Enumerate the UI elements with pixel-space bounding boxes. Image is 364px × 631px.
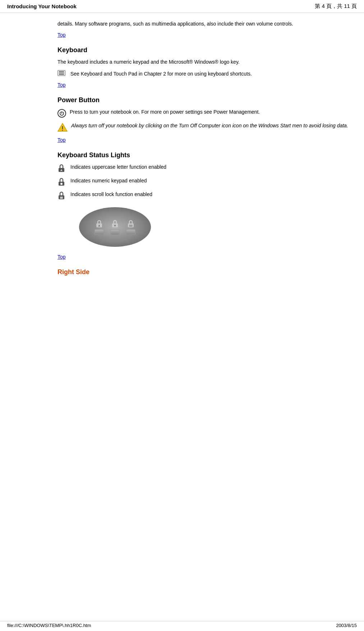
page-info: 第 4 頁，共 11 頁 xyxy=(315,3,357,10)
power-warning-row: ! Always turn off your notebook by click… xyxy=(57,122,350,133)
scroll-lock-icon xyxy=(57,191,65,200)
num-lock-text: Indicates numeric keypad enabled xyxy=(70,177,147,185)
page-header: Introducing Your Notebook 第 4 頁，共 11 頁 xyxy=(0,0,364,13)
svg-rect-9 xyxy=(60,198,63,199)
svg-point-13 xyxy=(114,224,116,226)
keyboard-lights-image: A xyxy=(79,207,151,247)
svg-text:A: A xyxy=(60,169,63,172)
keyboard-heading: Keyboard xyxy=(57,46,350,54)
keyboard-status-section: Keyboard Status Lights A Indicates upper… xyxy=(57,151,350,265)
page-footer: file:///C:\WINDOWS\TEMP\.hh1R0C.htm 2003… xyxy=(0,621,364,628)
ksl-button-1: A xyxy=(95,219,104,235)
top-link-ksl[interactable]: Top xyxy=(57,254,66,260)
power-svg xyxy=(59,111,64,116)
keyboard-lights-image-container: A xyxy=(68,207,350,247)
scroll-lock-text: Indicates scroll lock function enabled xyxy=(70,191,152,198)
right-side-heading: Right Side xyxy=(57,268,350,276)
intro-text: details. Many software programs, such as… xyxy=(57,20,350,28)
svg-point-6 xyxy=(60,183,63,185)
ksl-button-2 xyxy=(110,219,120,235)
warning-icon: ! xyxy=(57,123,68,133)
caps-lock-icon: A xyxy=(57,163,65,173)
keyboard-body: The keyboard includes a numeric keypad a… xyxy=(57,58,350,94)
top-link-power[interactable]: Top xyxy=(57,137,66,143)
svg-rect-15 xyxy=(129,225,133,226)
scroll-lock-row: Indicates scroll lock function enabled xyxy=(57,191,350,200)
power-button-body: Press to turn your notebook on. For more… xyxy=(57,108,350,149)
footer-url: file:///C:\WINDOWS\TEMP\.hh1R0C.htm xyxy=(7,623,91,628)
num-lock-row: Indicates numeric keypad enabled xyxy=(57,177,350,186)
keyboard-section: Keyboard The keyboard includes a numeric… xyxy=(57,46,350,94)
power-press-text: Press to turn your notebook on. For more… xyxy=(70,108,350,116)
keyboard-text: The keyboard includes a numeric keypad a… xyxy=(57,58,350,66)
svg-rect-16 xyxy=(129,226,133,227)
svg-rect-8 xyxy=(60,197,63,198)
ksl-buttons: A xyxy=(95,219,135,235)
top-link-1[interactable]: Top xyxy=(57,32,66,38)
right-side-section: Right Side xyxy=(57,268,350,276)
power-icon xyxy=(57,109,66,118)
keyboard-status-heading: Keyboard Status Lights xyxy=(57,151,350,159)
top-link-keyboard[interactable]: Top xyxy=(57,82,66,88)
caps-lock-row: A Indicates uppercase letter function en… xyxy=(57,163,350,173)
power-button-section: Power Button Press to turn your notebook… xyxy=(57,96,350,149)
power-press-row: Press to turn your notebook on. For more… xyxy=(57,108,350,118)
power-warning-text: Always turn off your notebook by clickin… xyxy=(71,122,350,130)
page-title: Introducing Your Notebook xyxy=(7,3,77,9)
footer-date: 2003/8/15 xyxy=(336,623,357,628)
keyboard-icon xyxy=(57,70,65,76)
keyboard-note-row: See Keyboard and Touch Pad in Chapter 2 … xyxy=(57,70,350,78)
page-content: details. Many software programs, such as… xyxy=(0,13,364,287)
svg-text:A: A xyxy=(98,224,100,227)
keyboard-status-body: A Indicates uppercase letter function en… xyxy=(57,163,350,265)
num-lock-icon xyxy=(57,177,65,186)
power-button-heading: Power Button xyxy=(57,96,350,104)
caps-lock-text: Indicates uppercase letter function enab… xyxy=(70,163,166,171)
keyboard-note-text: See Keyboard and Touch Pad in Chapter 2 … xyxy=(70,70,350,78)
ksl-button-3 xyxy=(126,219,135,235)
svg-text:!: ! xyxy=(61,126,63,132)
